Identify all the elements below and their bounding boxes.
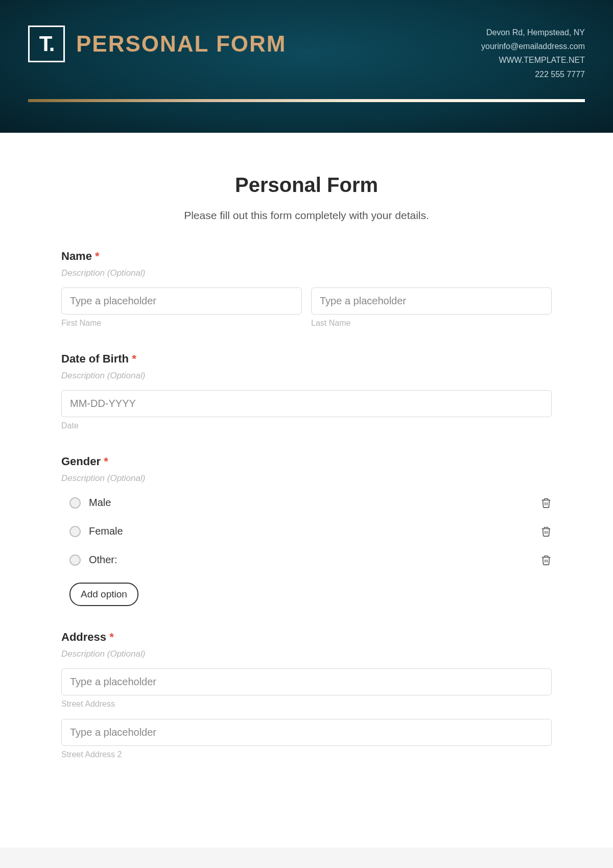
dob-field: Date of Birth * Description (Optional) D… xyxy=(61,352,552,430)
banner-title: PERSONAL FORM xyxy=(76,31,286,57)
gender-option-other: Other: xyxy=(61,550,552,570)
logo-text: T. xyxy=(39,32,54,56)
radio-left[interactable]: Female xyxy=(69,525,123,537)
contact-info: Devon Rd, Hempstead, NY yourinfo@emailad… xyxy=(481,26,585,81)
required-asterisk: * xyxy=(104,455,108,468)
last-name-input[interactable] xyxy=(311,287,552,315)
logo-group: T. PERSONAL FORM xyxy=(28,26,286,62)
dob-sublabel: Date xyxy=(61,421,552,430)
first-name-input[interactable] xyxy=(61,287,302,315)
gender-label: Gender * xyxy=(61,455,552,468)
name-input-row: First Name Last Name xyxy=(61,287,552,328)
header-banner: T. PERSONAL FORM Devon Rd, Hempstead, NY… xyxy=(0,0,613,133)
trash-icon[interactable] xyxy=(540,525,552,538)
last-name-sublabel: Last Name xyxy=(311,319,552,328)
street-address-2-input[interactable] xyxy=(61,719,552,746)
contact-email: yourinfo@emailaddress.com xyxy=(481,39,585,53)
radio-icon[interactable] xyxy=(69,497,81,509)
name-label: Name * xyxy=(61,250,552,263)
address-field: Address * Description (Optional) Street … xyxy=(61,631,552,759)
radio-icon[interactable] xyxy=(69,526,81,537)
address-description[interactable]: Description (Optional) xyxy=(61,649,552,659)
banner-top-row: T. PERSONAL FORM Devon Rd, Hempstead, NY… xyxy=(28,26,585,81)
required-asterisk: * xyxy=(109,631,114,643)
gender-description[interactable]: Description (Optional) xyxy=(61,473,552,484)
contact-website: WWW.TEMPLATE.NET xyxy=(481,53,585,67)
radio-left[interactable]: Male xyxy=(69,497,111,509)
gender-field: Gender * Description (Optional) Male Fem… xyxy=(61,455,552,606)
form-subtitle: Please fill out this form completely wit… xyxy=(61,209,552,222)
trash-icon[interactable] xyxy=(540,554,552,566)
dob-label: Date of Birth * xyxy=(61,352,552,366)
divider-bar xyxy=(28,99,585,102)
gender-option-male: Male xyxy=(61,493,552,513)
add-option-button[interactable]: Add option xyxy=(69,583,138,606)
dob-description[interactable]: Description (Optional) xyxy=(61,371,552,381)
street-address-2-sublabel: Street Address 2 xyxy=(61,750,552,759)
radio-icon[interactable] xyxy=(69,554,81,566)
required-asterisk: * xyxy=(95,250,100,262)
gender-option-female: Female xyxy=(61,521,552,542)
form-area: Personal Form Please fill out this form … xyxy=(0,133,613,848)
street-address-sublabel: Street Address xyxy=(61,700,552,709)
dob-input[interactable] xyxy=(61,390,552,417)
trash-icon[interactable] xyxy=(540,497,552,509)
radio-left[interactable]: Other: xyxy=(69,554,117,566)
contact-phone: 222 555 7777 xyxy=(481,67,585,81)
logo-box: T. xyxy=(28,26,65,62)
radio-label: Female xyxy=(89,525,123,537)
form-title: Personal Form xyxy=(61,174,552,197)
radio-label: Other: xyxy=(89,554,117,566)
radio-label: Male xyxy=(89,497,111,509)
name-field: Name * Description (Optional) First Name… xyxy=(61,250,552,328)
first-name-sublabel: First Name xyxy=(61,319,302,328)
street-address-input[interactable] xyxy=(61,668,552,695)
address-label: Address * xyxy=(61,631,552,644)
required-asterisk: * xyxy=(132,352,136,365)
contact-address: Devon Rd, Hempstead, NY xyxy=(481,26,585,39)
name-description[interactable]: Description (Optional) xyxy=(61,268,552,278)
